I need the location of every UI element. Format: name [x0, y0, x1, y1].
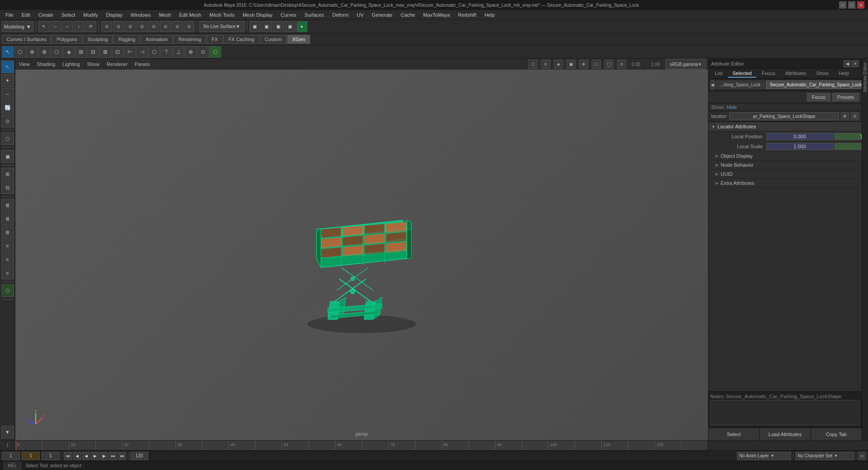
vp-icon4[interactable]: ▣	[566, 60, 576, 69]
frame-end-input[interactable]	[130, 452, 148, 460]
close-btn[interactable]: ✕	[857, 1, 864, 9]
tab-custom[interactable]: Custom	[260, 35, 287, 44]
section-extra-attrs[interactable]: ▶ Extra Attributes	[708, 179, 862, 188]
left-btn14[interactable]: ≡	[1, 253, 14, 266]
play-go-end[interactable]: ⏭	[109, 452, 117, 460]
snap-btn5[interactable]: ⊙	[148, 21, 159, 32]
play-go-start[interactable]: ⏮	[64, 452, 72, 460]
locator-icon-btn1[interactable]: ⊞	[841, 112, 849, 120]
left-btn16[interactable]: ⬡	[1, 284, 14, 297]
icon-tb15[interactable]: ⊕	[185, 46, 197, 58]
local-scale-x[interactable]	[766, 143, 833, 150]
menu-mesh-display[interactable]: Mesh Display	[239, 11, 276, 19]
icon-tb11[interactable]: ⊣	[136, 46, 148, 58]
icon-tb8[interactable]: ⊠	[99, 46, 111, 58]
icon-tb17[interactable]: ⬡	[209, 46, 221, 58]
timeline-track[interactable]: 0102030405060708090100110120130	[15, 441, 708, 451]
left-btn15[interactable]: ≡	[1, 267, 14, 279]
tab-rigging[interactable]: Rigging	[113, 35, 140, 44]
focus-btn[interactable]: Focus	[807, 93, 830, 101]
mel-label[interactable]: MEL	[4, 462, 21, 470]
attr-tab-focus[interactable]: Focus	[757, 70, 780, 78]
menu-uv[interactable]: UV	[353, 11, 367, 19]
vp-icon5[interactable]: ⊕	[579, 60, 588, 69]
left-btn3[interactable]: ↔	[1, 88, 14, 100]
render-btn3[interactable]: ▣	[273, 21, 284, 32]
icon-tb14[interactable]: ⊥	[173, 46, 184, 58]
menu-modify[interactable]: Modify	[80, 11, 101, 19]
vp-icon6[interactable]: ⬡	[592, 60, 601, 69]
snap-btn7[interactable]: ⊙	[172, 21, 183, 32]
vp-menu-view[interactable]: View	[17, 61, 32, 68]
tab-fx-caching[interactable]: FX Caching	[223, 35, 259, 44]
section-locator-attrs[interactable]: ▼ Locator Attributes	[708, 122, 862, 132]
play-back[interactable]: ◀	[82, 452, 90, 460]
icon-tb6[interactable]: ⊞	[75, 46, 87, 58]
section-uuid[interactable]: ▶ UUID	[708, 169, 862, 179]
icon-tb5[interactable]: ◈	[63, 46, 75, 58]
menu-surfaces[interactable]: Surfaces	[301, 11, 328, 19]
left-btn7[interactable]: ▣	[1, 150, 14, 163]
icon-tb7[interactable]: ⊟	[87, 46, 99, 58]
vp-icon1[interactable]: ⬡	[528, 60, 538, 69]
left-btn-bottom[interactable]: ▼	[1, 426, 14, 438]
attr-tab-help[interactable]: Help	[834, 70, 854, 78]
node-tab-arrow-left[interactable]: ◀	[710, 80, 715, 90]
render-btn4[interactable]: ▣	[285, 21, 296, 32]
play-step-back[interactable]: ◀	[73, 452, 81, 460]
vp-menu-shading[interactable]: Shading	[35, 61, 57, 68]
menu-select[interactable]: Select	[58, 11, 79, 19]
attr-tab-attributes[interactable]: Attributes	[781, 70, 811, 78]
menu-mesh[interactable]: Mesh	[155, 11, 175, 19]
menu-cache[interactable]: Cache	[397, 11, 419, 19]
tool-btn2[interactable]: ↔	[50, 21, 61, 32]
locator-field[interactable]	[729, 112, 839, 120]
vp-menu-lighting[interactable]: Lighting	[61, 61, 82, 68]
select-button[interactable]: Select	[708, 428, 760, 441]
icon-select[interactable]: ↖	[2, 46, 14, 58]
vp-icon2[interactable]: ⊙	[541, 60, 550, 69]
tab-xgen[interactable]: XGen	[287, 35, 310, 44]
bb-icon1[interactable]: ⊙	[858, 452, 866, 460]
menu-windows[interactable]: Windows	[127, 11, 155, 19]
vp-icon3[interactable]: ◈	[554, 60, 563, 69]
presets-btn[interactable]: Presets	[832, 93, 859, 101]
right-collapse-tab[interactable]: Attribute Editor	[862, 59, 868, 440]
icon-tb2[interactable]: ⊕	[26, 46, 38, 58]
play-auto[interactable]: ⏭	[118, 452, 126, 460]
tool-btn4[interactable]: ↕	[74, 21, 85, 32]
local-scale-y[interactable]	[834, 143, 862, 150]
hide-link[interactable]: Hide	[727, 104, 737, 110]
vp-menu-panels[interactable]: Panels	[133, 61, 152, 68]
select-tool-btn[interactable]: ↖	[38, 21, 49, 32]
node-tab-shape[interactable]: Secure_Automatic_Car_Parking_Space_LockS…	[766, 80, 862, 89]
icon-tb13[interactable]: ⊤	[160, 46, 172, 58]
tool-btn5[interactable]: ⟳	[85, 21, 96, 32]
vp-icon7[interactable]: ◯	[604, 60, 613, 69]
notes-textarea[interactable]	[710, 400, 860, 425]
icon-tb9[interactable]: ⊡	[112, 46, 123, 58]
snap-btn8[interactable]: ⊙	[184, 21, 194, 32]
tab-polygons[interactable]: Polygons	[52, 35, 82, 44]
menu-redshift[interactable]: Redshift	[454, 11, 480, 19]
render-btn5[interactable]: ●	[297, 21, 307, 32]
node-tab-lock[interactable]: ...rking_Space_Lock	[716, 80, 765, 89]
locator-icon-btn2[interactable]: ⊟	[851, 112, 859, 120]
snap-btn3[interactable]: ⊙	[125, 21, 136, 32]
tab-sculpting[interactable]: Sculpting	[83, 35, 113, 44]
icon-tb10[interactable]: ⊢	[124, 46, 136, 58]
frame-current-input[interactable]	[22, 452, 40, 460]
menu-file[interactable]: File	[2, 11, 17, 19]
left-btn13[interactable]: ≡	[1, 240, 14, 252]
section-object-display[interactable]: ▶ Object Display	[708, 151, 862, 160]
vp-icon8[interactable]: ⊙	[617, 60, 626, 69]
tab-animation[interactable]: Animation	[141, 35, 173, 44]
copy-tab-button[interactable]: Copy Tab	[811, 428, 862, 441]
no-live-surface[interactable]: No Live Surface ▼	[199, 21, 245, 32]
local-pos-y[interactable]	[834, 133, 862, 140]
left-btn12[interactable]: ≣	[1, 226, 14, 239]
snap-btn4[interactable]: ⊙	[137, 21, 147, 32]
menu-display[interactable]: Display	[103, 11, 126, 19]
frame-start-input[interactable]	[2, 452, 20, 460]
left-btn6[interactable]: ⬡	[1, 132, 14, 145]
